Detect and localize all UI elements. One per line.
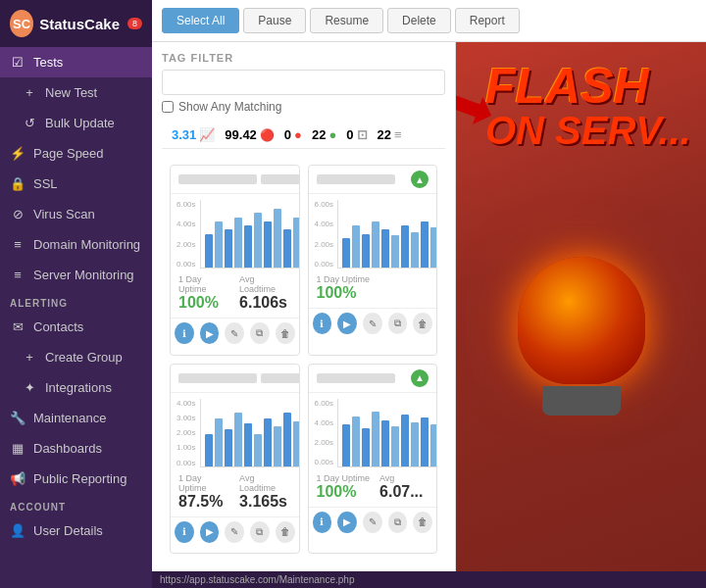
refresh-icon: ↺ — [22, 116, 37, 130]
tag-filter-input[interactable] — [162, 70, 445, 95]
paused-icon: ⊡ — [357, 127, 368, 142]
report-button[interactable]: Report — [455, 8, 520, 33]
content-area: TAG FILTER Show Any Matching 3.31 📈 99.4… — [152, 42, 706, 571]
sidebar-label-ssl: SSL — [33, 176, 58, 191]
card-3-copy-btn[interactable]: ⧉ — [250, 521, 270, 543]
sidebar-label-virus-scan: Virus Scan — [33, 207, 95, 221]
sidebar-item-domain-monitoring[interactable]: ≡ Domain Monitoring — [0, 229, 152, 260]
card-2-delete-btn[interactable]: 🗑 — [413, 313, 432, 334]
card-4-y-labels: 6.00s4.00s2.00s0.00s — [315, 399, 334, 467]
right-panel: ➡ FLASH ON SERV... — [456, 42, 706, 571]
card-2-status-up: ▲ — [411, 171, 429, 188]
uptime-value: 3.31 — [172, 127, 196, 142]
pause-button[interactable]: Pause — [243, 8, 306, 33]
sidebar-label-dashboards: Dashboards — [33, 441, 102, 456]
dashboards-icon: ▦ — [10, 441, 25, 456]
card-4-header: ▲ — [309, 365, 437, 393]
card-1-subtitle-blur — [261, 174, 300, 184]
sidebar-item-server-monitoring[interactable]: ≡ Server Monitoring — [0, 260, 152, 290]
stat-paused: 0 ⊡ — [346, 127, 367, 142]
card-4-loadtime-group: Avg 6.07... — [379, 473, 423, 501]
sidebar-label-new-test: New Test — [45, 85, 97, 100]
card-3-title-blur — [178, 373, 257, 383]
card-4-loadtime: 6.07... — [379, 483, 423, 500]
card-3-delete-btn[interactable]: 🗑 — [276, 521, 295, 543]
resume-button[interactable]: Resume — [310, 8, 383, 33]
card-1-uptime-group: 1 Day Uptime 100% — [178, 274, 229, 312]
total-value: 22 — [378, 127, 391, 142]
select-all-button[interactable]: Select All — [162, 8, 239, 33]
sidebar-item-virus-scan[interactable]: ⊘ Virus Scan — [0, 199, 152, 229]
card-1-info-btn[interactable]: ℹ — [175, 322, 194, 344]
card-3-edit-btn[interactable]: ✎ — [225, 521, 244, 543]
sidebar-item-ssl[interactable]: 🔒 SSL — [0, 169, 152, 199]
sidebar-item-bulk-update[interactable]: ↺ Bulk Update — [0, 108, 152, 138]
integrations-icon: ✦ — [22, 380, 37, 395]
status-url: https://app.statuscake.com/Maintenance.p… — [160, 574, 354, 585]
sidebar-item-new-test[interactable]: + New Test — [0, 77, 152, 108]
card-1-loadtime: 6.106s — [239, 294, 287, 311]
plus-icon: + — [22, 85, 37, 100]
card-3-bars — [200, 399, 300, 467]
percentage-icon: 🔴 — [260, 128, 275, 142]
card-2-header: ▲ — [309, 166, 437, 194]
card-2-play-btn[interactable]: ▶ — [337, 313, 357, 334]
card-1-copy-btn[interactable]: ⧉ — [250, 322, 270, 344]
main-content: Select All Pause Resume Delete Report TA… — [152, 0, 706, 588]
sidebar-item-dashboards[interactable]: ▦ Dashboards — [0, 433, 152, 464]
card-4-edit-btn[interactable]: ✎ — [363, 512, 382, 533]
notification-badge: 8 — [127, 18, 142, 29]
tag-filter-label: TAG FILTER — [162, 52, 445, 64]
up-icon: ● — [328, 127, 336, 142]
card-1-edit-btn[interactable]: ✎ — [225, 322, 244, 344]
sidebar-label-maintenance: Maintenance — [33, 411, 106, 425]
sidebar-label-tests: Tests — [33, 55, 63, 70]
sidebar-item-contacts[interactable]: ✉ Contacts — [0, 312, 152, 342]
sidebar-item-maintenance[interactable]: 🔧 Maintenance — [0, 403, 152, 433]
card-2-edit-btn[interactable]: ✎ — [363, 313, 382, 334]
card-4-play-btn[interactable]: ▶ — [337, 512, 357, 533]
card-4-delete-btn[interactable]: 🗑 — [413, 512, 432, 533]
card-3-info-btn[interactable]: ℹ — [175, 521, 194, 543]
card-3-actions: ℹ ▶ ✎ ⧉ 🗑 — [171, 516, 299, 547]
sidebar-item-user-details[interactable]: 👤 User Details — [0, 515, 152, 546]
card-4-actions: ℹ ▶ ✎ ⧉ 🗑 — [309, 507, 437, 537]
flash-line2: ON SERV... — [485, 111, 691, 150]
show-any-label: Show Any Matching — [178, 100, 281, 114]
sidebar-item-create-group[interactable]: + Create Group — [0, 342, 152, 372]
card-3-stats: 1 Day Uptime 87.5% Avg Loadtime 3.165s — [171, 469, 299, 516]
test-card-1: ▲ 6.00s4.00s2.00s0.00s 1 Day Uptime — [170, 165, 300, 356]
card-4-info-btn[interactable]: ℹ — [313, 512, 332, 533]
card-1-loadtime-group: Avg Loadtime 6.106s — [239, 274, 290, 312]
card-1-delete-btn[interactable]: 🗑 — [276, 322, 295, 344]
sidebar-item-integrations[interactable]: ✦ Integrations — [0, 372, 152, 403]
user-icon: 👤 — [10, 523, 25, 538]
pagespeed-icon: ⚡ — [10, 146, 25, 161]
test-card-3: ▲ 4.00s3.00s2.00s1.00s0.00s 1 Day Uptime — [170, 364, 300, 555]
stat-up: 22 ● — [312, 127, 336, 142]
card-1-play-btn[interactable]: ▶ — [200, 322, 220, 344]
down-value: 0 — [284, 127, 291, 142]
status-bar: https://app.statuscake.com/Maintenance.p… — [152, 571, 706, 588]
card-1-chart: 6.00s4.00s2.00s0.00s — [171, 194, 299, 270]
card-4-copy-btn[interactable]: ⧉ — [388, 512, 408, 533]
delete-button[interactable]: Delete — [387, 8, 451, 33]
card-4-title-blur — [317, 373, 395, 383]
card-4-status-up: ▲ — [411, 369, 429, 387]
sidebar-label-user-details: User Details — [33, 523, 103, 538]
card-3-loadtime: 3.165s — [239, 493, 287, 510]
create-group-icon: + — [22, 350, 37, 365]
card-4-bars — [337, 399, 437, 467]
show-any-checkbox[interactable] — [162, 101, 174, 113]
card-2-info-btn[interactable]: ℹ — [313, 313, 332, 334]
sidebar-item-public-reporting[interactable]: 📢 Public Reporting — [0, 464, 152, 494]
sidebar-item-page-speed[interactable]: ⚡ Page Speed — [0, 138, 152, 169]
server-icon: ≡ — [10, 268, 25, 282]
sidebar: SC StatusCake 8 ☑ Tests + New Test ↺ Bul… — [0, 0, 152, 588]
card-3-play-btn[interactable]: ▶ — [200, 521, 220, 543]
down-icon: ● — [294, 127, 302, 142]
alerting-section-label: ALERTING — [0, 290, 152, 312]
sidebar-item-tests[interactable]: ☑ Tests — [0, 47, 152, 77]
card-2-copy-btn[interactable]: ⧉ — [388, 313, 408, 334]
card-4-uptime: 100% — [317, 483, 357, 500]
